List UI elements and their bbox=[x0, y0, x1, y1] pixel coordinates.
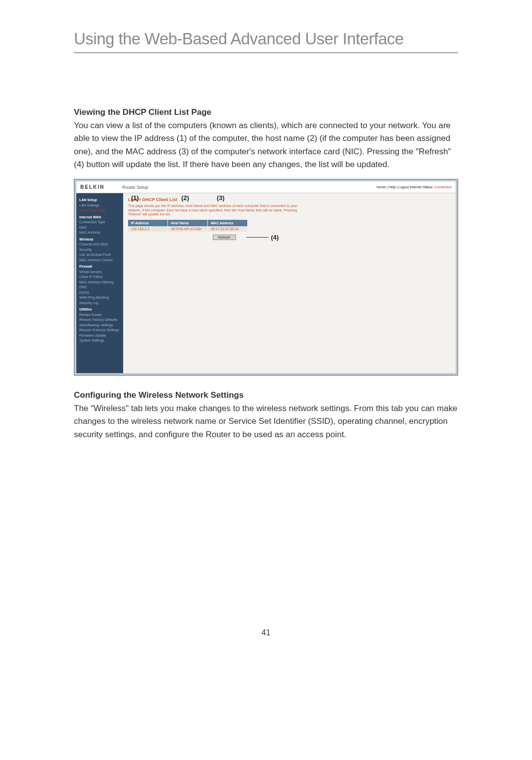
callout-4: (4) bbox=[271, 234, 279, 241]
cell-mac: 00:17:31:47:3E:01 bbox=[208, 226, 247, 232]
callout-1: (1) bbox=[131, 194, 139, 202]
sidebar-item-dhcp-client-list[interactable]: DHCP Client List bbox=[79, 208, 120, 213]
sidebar-cat-lan: LAN Setup bbox=[79, 198, 120, 203]
sidebar-item-security[interactable]: Security bbox=[79, 247, 120, 253]
section2-body: The "Wireless" tab lets you make changes… bbox=[74, 402, 458, 441]
refresh-button[interactable]: Refresh bbox=[213, 235, 236, 240]
sidebar-item-lan-settings[interactable]: LAN Settings bbox=[79, 203, 120, 208]
sidebar-item-wan-ping[interactable]: WAN Ping Blocking bbox=[79, 295, 120, 301]
sidebar-cat-utilities: Utilities bbox=[79, 307, 120, 312]
callout-4-line bbox=[246, 237, 268, 238]
col-mac-header: MAC Address bbox=[208, 220, 247, 226]
callout-3: (3) bbox=[217, 194, 225, 202]
col-ip-header: IP Address bbox=[128, 220, 167, 226]
sidebar-item-mac-filtering[interactable]: MAC Address Filtering bbox=[79, 280, 120, 285]
page-number: 41 bbox=[74, 628, 458, 637]
sidebar-item-save-backup[interactable]: Save/Backup Settings bbox=[79, 323, 120, 328]
router-setup-label: Router Setup bbox=[122, 185, 376, 190]
sidebar-item-mac-control[interactable]: MAC Address Control bbox=[79, 258, 120, 263]
client-table: IP Address 192.168.2.3 Host Name NETPM-H… bbox=[128, 220, 451, 232]
callout-2: (2) bbox=[181, 194, 189, 202]
col-host-header: Host Name bbox=[168, 220, 207, 226]
sidebar: LAN Setup LAN Settings DHCP Client List … bbox=[76, 193, 123, 373]
cell-ip: 192.168.2.3 bbox=[128, 226, 167, 232]
sidebar-item-system-settings[interactable]: System Settings bbox=[79, 338, 120, 344]
sidebar-item-connection-type[interactable]: Connection Type bbox=[79, 220, 120, 225]
page-title: Using the Web-Based Advanced User Interf… bbox=[74, 30, 458, 53]
sidebar-item-channel-ssid[interactable]: Channel and SSID bbox=[79, 242, 120, 247]
sidebar-item-mac-address[interactable]: MAC Address bbox=[79, 230, 120, 236]
sidebar-item-restore-defaults[interactable]: Restore Factory Defaults bbox=[79, 317, 120, 323]
sidebar-item-virtual-servers[interactable]: Virtual Servers bbox=[79, 270, 120, 275]
dhcp-client-list-description: This page shows you the IP address, Host… bbox=[128, 204, 305, 216]
screenshot-header: BELKIN Router Setup Home | Help | Logout… bbox=[76, 181, 456, 193]
sidebar-item-ddns[interactable]: DDNS bbox=[79, 290, 120, 296]
sidebar-item-client-ip-filters[interactable]: Client IP Filters bbox=[79, 275, 120, 280]
main-panel: LAN > DHCP Client List This page shows y… bbox=[123, 193, 456, 373]
sidebar-item-security-log[interactable]: Security Log bbox=[79, 301, 120, 306]
sidebar-item-restart[interactable]: Restart Router bbox=[79, 312, 120, 318]
sidebar-item-firmware-update[interactable]: Firmware Update bbox=[79, 333, 120, 339]
cell-host: NETPM-HP-e1140n bbox=[168, 226, 207, 232]
sidebar-item-dns[interactable]: DNS bbox=[79, 225, 120, 231]
brand-logo: BELKIN bbox=[80, 184, 122, 190]
top-nav-links: Home | Help | Logout Internet Status: bbox=[376, 185, 433, 189]
sidebar-item-restore-previous[interactable]: Restore Previous Settings bbox=[79, 328, 120, 333]
top-nav: Home | Help | Logout Internet Status: Co… bbox=[376, 185, 452, 189]
sidebar-cat-firewall: Firewall bbox=[79, 264, 120, 270]
dhcp-client-list-title: LAN > DHCP Client List bbox=[128, 197, 451, 202]
sidebar-item-dmz[interactable]: DMZ bbox=[79, 285, 120, 290]
sidebar-cat-wireless: Wireless bbox=[79, 237, 120, 242]
section1-heading: Viewing the DHCP Client List Page bbox=[74, 107, 458, 117]
internet-status-value: Connection bbox=[434, 185, 452, 189]
sidebar-item-access-point[interactable]: Use as Access Point bbox=[79, 252, 120, 258]
section1-body: You can view a list of the computers (kn… bbox=[74, 119, 458, 171]
section2-heading: Configuring the Wireless Network Setting… bbox=[74, 390, 458, 400]
router-screenshot: BELKIN Router Setup Home | Help | Logout… bbox=[74, 179, 458, 376]
sidebar-cat-wan: Internet WAN bbox=[79, 215, 120, 220]
